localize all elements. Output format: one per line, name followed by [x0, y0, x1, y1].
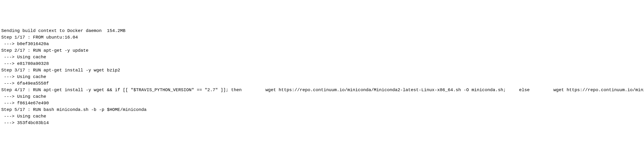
terminal-line: Sending build context to Docker daemon 1…	[1, 28, 643, 34]
terminal-line: Step 1/17 : FROM ubuntu:16.04	[1, 34, 643, 41]
terminal-line: ---> 353f4bc03b14	[1, 120, 643, 126]
terminal-line: Step 3/17 : RUN apt-get install -y wget …	[1, 67, 643, 74]
terminal-line: ---> Using cache	[1, 113, 643, 120]
terminal-line: ---> b0ef3016420a	[1, 41, 643, 47]
terminal-line: ---> Using cache	[1, 54, 643, 61]
terminal-output: Sending build context to Docker daemon 1…	[1, 28, 643, 126]
terminal-line: ---> 6fa49ea5558f	[1, 80, 643, 87]
terminal-line: Step 2/17 : RUN apt-get -y update	[1, 47, 643, 54]
terminal-line: ---> Using cache	[1, 74, 643, 80]
terminal-line: Step 5/17 : RUN bash miniconda.sh -b -p …	[1, 106, 643, 113]
terminal-line: ---> Using cache	[1, 93, 643, 100]
terminal-line: ---> e81780a90328	[1, 61, 643, 67]
terminal-line: ---> f8614e67e490	[1, 100, 643, 106]
terminal-line: Step 4/17 : RUN apt-get install -y wget …	[1, 87, 643, 93]
